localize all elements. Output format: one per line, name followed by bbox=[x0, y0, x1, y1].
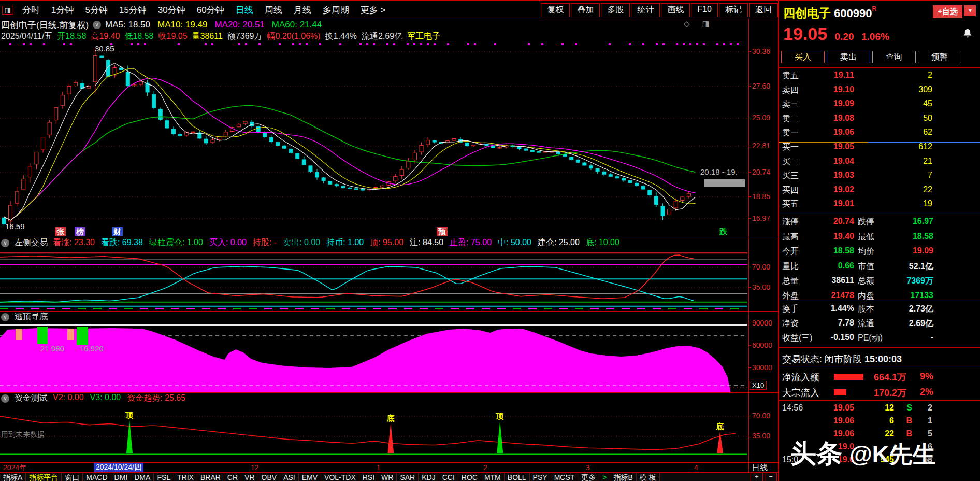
indicator-panel-fund-test[interactable]: ∨ 资金测试 V2: 0.00V3: 0.00资金趋势: 25.65 用到未来数… bbox=[0, 393, 748, 463]
book-row-卖三[interactable]: 卖三19.0945 bbox=[779, 99, 980, 112]
indicator-toolbar-item-3[interactable]: MACD bbox=[83, 473, 111, 481]
zoom-out-button[interactable]: − bbox=[765, 473, 777, 481]
indicator-toolbar-item-15[interactable]: RSI bbox=[359, 473, 378, 481]
book-price[interactable]: 19.06 bbox=[833, 128, 854, 137]
alert-bell-icon[interactable] bbox=[962, 28, 973, 39]
collapse-icon[interactable]: ∨ bbox=[1, 313, 9, 321]
indicator-panel-left-trade[interactable]: ∨ 左侧交易 看涨: 23.30看跌: 69.38绿柱震仓: 1.00买入: 0… bbox=[0, 237, 748, 311]
add-favorite-button[interactable]: +自选 bbox=[933, 5, 962, 18]
toolbar-button-1[interactable]: 叠加 bbox=[571, 3, 600, 17]
indicator-toolbar-item-10[interactable]: VR bbox=[241, 473, 258, 481]
indicator-toolbar-item-8[interactable]: BRAR bbox=[197, 473, 224, 481]
toolbar-button-6[interactable]: 标记 bbox=[719, 3, 748, 17]
date-axis[interactable]: 2024年 2024/10/24/四 121234 bbox=[0, 463, 748, 472]
book-price[interactable]: 19.11 bbox=[834, 70, 854, 80]
main-candle-chart[interactable]: 30.8516.5920.18 - 19.张榜财预跌 bbox=[0, 41, 748, 237]
indicator-toolbar-item-18[interactable]: KDJ bbox=[419, 473, 439, 481]
indicator-toolbar-item-5[interactable]: DMA bbox=[131, 473, 154, 481]
indicator-toolbar-item-0[interactable]: 指标A bbox=[0, 473, 26, 481]
indicator-toolbar-item-4[interactable]: DMI bbox=[111, 473, 132, 481]
toolbar-button-3[interactable]: 统计 bbox=[631, 3, 660, 17]
indicator-toolbar-item-20[interactable]: ROC bbox=[458, 473, 481, 481]
chart-corner-icons[interactable]: ◇ ◨ bbox=[684, 19, 715, 29]
indicator-toolbar-item-27[interactable]: 指标B bbox=[610, 473, 636, 481]
indicator-toolbar-item-26[interactable]: > bbox=[599, 473, 610, 481]
book-row-卖二[interactable]: 卖二19.0850 bbox=[779, 114, 980, 127]
tick-time: 14:56 bbox=[782, 403, 803, 413]
period-tab-1[interactable]: 1分钟 bbox=[47, 3, 78, 17]
indicator-toolbar-item-25[interactable]: 更多 bbox=[578, 473, 599, 481]
book-price[interactable]: 19.05 bbox=[833, 142, 854, 151]
period-tab-2[interactable]: 5分钟 bbox=[80, 3, 112, 17]
window-split-icon[interactable]: ◨ bbox=[2, 6, 13, 15]
indicator-toolbar-item-21[interactable]: MTM bbox=[481, 473, 505, 481]
indicator-toolbar-item-12[interactable]: ASI bbox=[280, 473, 299, 481]
book-price[interactable]: 19.08 bbox=[833, 114, 854, 123]
indicator-toolbar-item-28[interactable]: 模 板 bbox=[637, 473, 660, 481]
indicator-toolbar-item-9[interactable]: CR bbox=[224, 473, 241, 481]
book-price[interactable]: 19.04 bbox=[833, 157, 854, 166]
book-price[interactable]: 19.09 bbox=[833, 99, 854, 108]
ind1-param-7: 顶: 95.00 bbox=[370, 237, 403, 248]
book-row-卖四[interactable]: 卖四19.10309 bbox=[779, 85, 980, 98]
toolbar-button-4[interactable]: 画线 bbox=[661, 3, 690, 17]
book-price[interactable]: 19.10 bbox=[833, 85, 854, 94]
trade-button-查询[interactable]: 查询 bbox=[872, 51, 916, 63]
period-tab-8[interactable]: 月线 bbox=[289, 3, 316, 17]
indicator-toolbar-item-24[interactable]: MCST bbox=[551, 473, 579, 481]
period-tab-4[interactable]: 30分钟 bbox=[153, 3, 190, 17]
indicator1-params: 看涨: 23.30看跌: 69.38绿柱震仓: 1.00买入: 0.00持股: … bbox=[53, 237, 619, 248]
zoom-in-button[interactable]: + bbox=[751, 473, 763, 481]
book-row-买五[interactable]: 买五19.0119 bbox=[779, 199, 980, 213]
flow-pct: 9% bbox=[920, 371, 933, 382]
trade-button-卖出[interactable]: 卖出 bbox=[827, 51, 870, 63]
book-level-label: 卖五 bbox=[782, 70, 799, 81]
indicator-toolbar-item-23[interactable]: PSY bbox=[530, 473, 551, 481]
book-price[interactable]: 19.02 bbox=[833, 185, 854, 194]
period-tab-5[interactable]: 60分钟 bbox=[192, 3, 229, 17]
indicator-panel-top-bottom[interactable]: ∨ 逃顶寻底 21.98016.920 bbox=[0, 312, 748, 392]
book-row-买一[interactable]: 买一19.05612 bbox=[779, 142, 980, 155]
indicator-toolbar-item-1[interactable]: 指标平台 bbox=[26, 473, 62, 481]
book-price[interactable]: 19.01 bbox=[833, 199, 854, 208]
stat-value: 2.73亿 bbox=[909, 304, 933, 315]
indicator-toolbar-item-2[interactable]: 窗口 bbox=[62, 473, 83, 481]
trade-button-预警[interactable]: 预警 bbox=[918, 51, 961, 63]
toolbar-button-2[interactable]: 多股 bbox=[601, 3, 630, 17]
book-price[interactable]: 19.03 bbox=[833, 171, 854, 180]
period-tab-3[interactable]: 15分钟 bbox=[114, 3, 151, 17]
toolbar-button-0[interactable]: 复权 bbox=[541, 3, 570, 17]
period-tab-9[interactable]: 多周期 bbox=[318, 3, 354, 17]
indicator-toolbar-item-22[interactable]: BOLL bbox=[505, 473, 530, 481]
book-level-label: 买三 bbox=[782, 171, 799, 181]
indicator-toolbar-item-6[interactable]: FSL bbox=[154, 473, 174, 481]
trade-status-row: 交易状态: 闭市阶段 15:00:03 bbox=[782, 353, 980, 365]
favorite-dropdown-icon[interactable]: ▼ bbox=[964, 5, 976, 16]
indicator-toolbar-item-16[interactable]: WR bbox=[378, 473, 397, 481]
period-tab-7[interactable]: 周线 bbox=[260, 3, 287, 17]
book-row-买四[interactable]: 买四19.0222 bbox=[779, 185, 980, 199]
collapse-icon[interactable]: ∨ bbox=[93, 21, 101, 29]
indicator-toolbar-item-14[interactable]: VOL-TDX bbox=[321, 473, 359, 481]
indicator-toolbar-item-11[interactable]: OBV bbox=[258, 473, 281, 481]
book-row-卖五[interactable]: 卖五19.112 bbox=[779, 70, 980, 84]
indicator-toolbar-item-19[interactable]: CCI bbox=[439, 473, 458, 481]
period-tab-0[interactable]: 分时 bbox=[18, 3, 45, 17]
indicator-toolbar-item-7[interactable]: TRIX bbox=[174, 473, 197, 481]
book-row-卖一[interactable]: 卖一19.0662 bbox=[779, 128, 980, 141]
ohlc-seg-0: 2025/04/11/五 bbox=[1, 31, 52, 42]
toolbar-button-5[interactable]: F10 bbox=[691, 3, 718, 17]
indicator-toolbar-item-13[interactable]: EMV bbox=[299, 473, 321, 481]
toolbar-button-7[interactable]: 返回 bbox=[749, 3, 778, 17]
ind3-param-1: V3: 0.00 bbox=[90, 393, 121, 404]
book-row-买三[interactable]: 买三19.037 bbox=[779, 171, 980, 184]
trade-button-买入[interactable]: 买入 bbox=[781, 51, 825, 63]
collapse-icon[interactable]: ∨ bbox=[1, 239, 9, 247]
indicator-toolbar-item-17[interactable]: SAR bbox=[397, 473, 419, 481]
ohlc-seg-3: 低18.58 bbox=[124, 31, 153, 42]
stat-label: 净资 bbox=[782, 318, 799, 329]
period-tab-10[interactable]: 更多 > bbox=[356, 3, 391, 17]
period-tab-6[interactable]: 日线 bbox=[231, 3, 258, 17]
collapse-icon[interactable]: ∨ bbox=[1, 394, 9, 403]
book-row-买二[interactable]: 买二19.0421 bbox=[779, 157, 980, 170]
